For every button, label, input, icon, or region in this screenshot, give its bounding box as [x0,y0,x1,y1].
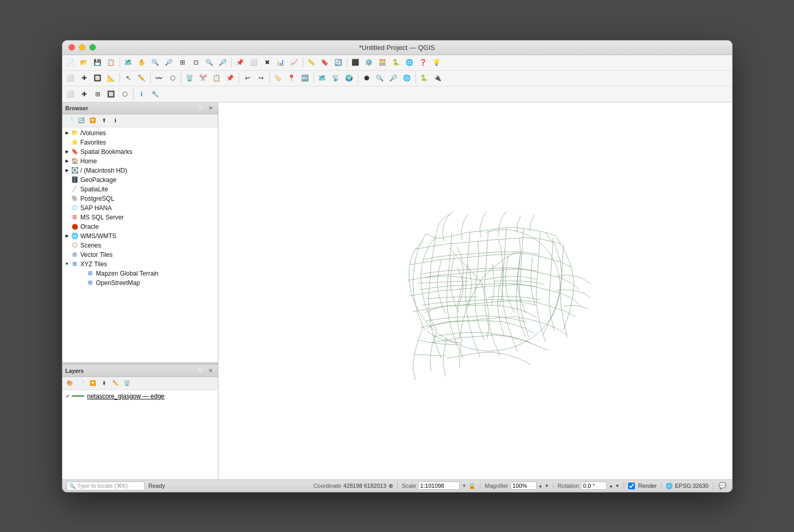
save-as-button[interactable]: 📋 [105,56,118,69]
processing-toolbox-button[interactable]: ⚙️ [363,56,375,69]
tree-item-mapzen[interactable]: ⊞ Mapzen Global Terrain [62,269,218,278]
paste-features-button[interactable]: 📌 [224,72,237,84]
maximize-button[interactable] [89,44,96,50]
digitize-line-button[interactable]: 〰️ [153,72,165,84]
identify3-button[interactable]: 🔎 [387,72,400,84]
toggle-editing-button[interactable]: ✏️ [110,378,121,388]
tree-item-volumes[interactable]: ▶ 📁 /Volumes [62,128,218,138]
tree-item-favorites[interactable]: ⭐ Favorites [62,138,218,147]
tree-item-vector-tiles[interactable]: ⊞ Vector Tiles [62,250,218,259]
layer-order-button[interactable]: ⬇ [99,378,109,388]
browser-tree[interactable]: ▶ 📁 /Volumes ⭐ Favorites ▶ 🔖 Spati [62,127,218,362]
browser-close-button[interactable]: ✕ [206,104,215,112]
browser-collapse-button[interactable]: ⬆ [99,115,109,126]
cut-features-button[interactable]: ✂️ [197,72,210,84]
zoom-select-button[interactable]: ⊡ [190,56,202,69]
new-project-button[interactable]: 📄 [64,56,77,69]
pin-label-button[interactable]: 📍 [285,72,298,84]
info-button[interactable]: ℹ [136,88,148,100]
qgis-server-button[interactable]: 🌐 [403,56,416,69]
select-polygon-button[interactable]: ⬟ [360,72,373,84]
rotation-input[interactable] [581,482,607,490]
python2-button[interactable]: 🐍 [418,72,431,84]
zoom-full-button[interactable]: ⊞ [176,56,189,69]
tree-item-geopackage[interactable]: 🗄️ GeoPackage [62,175,218,185]
rotation-stepper-down[interactable]: ▼ [615,484,619,488]
scale-input[interactable] [418,482,460,490]
settings-button[interactable]: 🔧 [149,88,162,100]
rotation-stepper-up[interactable]: ▲ [609,484,613,488]
spatial-bookmarks-button[interactable]: 🔖 [319,56,331,69]
filter-layer-button[interactable]: 🔽 [87,378,98,388]
edit-node-button[interactable]: ✏️ [136,72,148,84]
tree-item-spatial-bookmarks[interactable]: ▶ 🔖 Spatial Bookmarks [62,147,218,157]
plugin-button[interactable]: 🔌 [432,72,444,84]
browser-add-button[interactable]: 📄 [64,115,75,126]
print-layout-button[interactable]: 🗺️ [122,56,135,69]
window-controls[interactable] [69,44,96,50]
identify4-button[interactable]: 🌐 [401,72,413,84]
undo-button[interactable]: ↩ [241,72,254,84]
open-layer-style-button[interactable]: 🎨 [64,378,75,388]
magnifier-stepper-down[interactable]: ▼ [544,484,549,488]
zoom-layer-button[interactable]: 🔍 [203,56,216,69]
measure-button[interactable]: 📏 [305,56,318,69]
georef2-button[interactable]: 📡 [330,72,342,84]
pan-tool-button[interactable]: ✋ [136,56,148,69]
scale-arrow[interactable]: ▼ [462,483,466,488]
messages-button[interactable]: 💬 [718,481,728,490]
tree-item-oracle[interactable]: ⬤ Oracle [62,222,218,231]
python-console-button[interactable]: 🐍 [390,56,402,69]
select-by-location-button[interactable]: ⬛ [349,56,362,69]
map-area[interactable] [218,102,732,479]
label-style-button[interactable]: 🔤 [299,72,311,84]
tree-item-spatialite[interactable]: ╱ SpatiaLite [62,185,218,194]
georef-button[interactable]: 🗺️ [316,72,329,84]
tree-item-xyz-tiles[interactable]: ▼ ⊞ XYZ Tiles [62,259,218,269]
panel2-button[interactable]: ✚ [78,88,90,100]
identify2-button[interactable]: 🔍 [374,72,386,84]
add-point-button[interactable]: ✚ [78,72,90,84]
zoom-native-button[interactable]: 🔎 [217,56,229,69]
cursor-button[interactable]: ↖ [122,72,135,84]
tree-item-macintosh-hd[interactable]: ▶ 💽 / (Macintosh HD) [62,166,218,175]
tree-item-mssql[interactable]: ⊞ MS SQL Server [62,213,218,222]
layer-item-netascore[interactable]: ✓ netascore_glasgow — edge [62,391,218,401]
browser-header-controls[interactable]: ⬜ ✕ [197,104,215,112]
magnifier-stepper-up[interactable]: ▲ [539,484,543,488]
panel1-button[interactable]: ⬜ [64,88,77,100]
field-calculator-button[interactable]: 🧮 [376,56,389,69]
browser-maximize-button[interactable]: ⬜ [197,104,205,112]
tree-item-scenes[interactable]: ⬡ Scenes [62,241,218,250]
open-table-button[interactable]: 📊 [275,56,287,69]
browser-properties-button[interactable]: ℹ [110,115,121,126]
locate-bar[interactable]: 🔍 Type to locate (⌘K) [67,482,145,490]
snap-button[interactable]: 🔲 [92,72,104,84]
panel3-button[interactable]: ⊞ [92,88,104,100]
layers-close-button[interactable]: ✕ [206,367,215,375]
panel5-button[interactable]: ⬡ [119,88,131,100]
epsg-item[interactable]: 🌐 EPSG:32630 [666,483,708,489]
save-project-button[interactable]: 💾 [92,56,104,69]
refresh-button[interactable]: 🔄 [332,56,345,69]
statistics-button[interactable]: 📈 [288,56,301,69]
tracing-button[interactable]: 📐 [105,72,118,84]
tree-item-wms[interactable]: ▶ 🌐 WMS/WMTS [62,231,218,241]
layer-checkbox-netascore[interactable]: ✓ [66,393,70,399]
open-project-button[interactable]: 📂 [78,56,90,69]
digitize-poly-button[interactable]: ⬡ [166,72,179,84]
browser-refresh-button[interactable]: 🔄 [76,115,86,126]
tree-item-sap-hana[interactable]: ⬡ SAP HANA [62,203,218,213]
edit-panel-button[interactable]: ⬜ [64,72,77,84]
zoom-in-button[interactable]: 🔍 [149,56,162,69]
tree-item-postgresql[interactable]: 🐘 PostgreSQL [62,194,218,203]
tips-button[interactable]: 💡 [431,56,443,69]
georef3-button[interactable]: 🌍 [343,72,356,84]
panel4-button[interactable]: 🔲 [105,88,118,100]
remove-layer-button[interactable]: 🗑️ [122,378,132,388]
tree-item-home[interactable]: ▶ 🏠 Home [62,157,218,166]
help-button[interactable]: ❓ [417,56,429,69]
add-layer-button[interactable]: 📄 [76,378,86,388]
redo-button[interactable]: ↪ [255,72,267,84]
delete-selected-button[interactable]: 🗑️ [184,72,196,84]
